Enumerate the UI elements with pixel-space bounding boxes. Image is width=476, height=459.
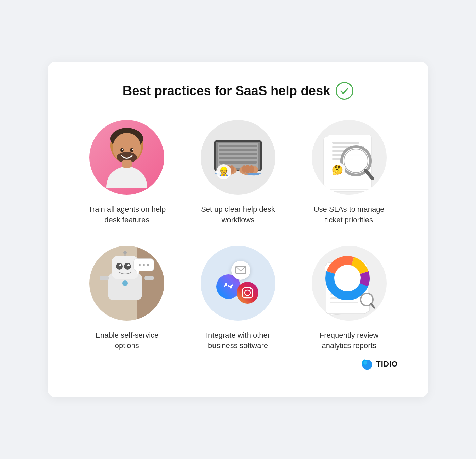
svg-rect-15	[219, 157, 257, 159]
svg-rect-14	[219, 153, 257, 155]
svg-rect-16	[219, 161, 257, 164]
svg-point-64	[147, 264, 149, 266]
svg-point-86	[364, 361, 368, 365]
item-4-label: Enable self-service options	[86, 330, 168, 351]
list-item: Integrate with other business software	[186, 246, 290, 351]
tidio-brand-text: TIDIO	[376, 360, 398, 369]
item-6-image	[312, 246, 387, 321]
list-item: Enable self-service options	[75, 246, 179, 351]
list-item: Train all agents on help desk features	[75, 120, 179, 225]
svg-point-81	[338, 269, 357, 288]
list-item: 🤔 Use SLAs to manage ticket priorities	[297, 120, 401, 225]
page-title: Best practices for SaaS help desk	[123, 84, 330, 98]
practices-grid: Train all agents on help desk features	[75, 120, 401, 351]
svg-rect-26	[242, 165, 246, 173]
svg-point-66	[237, 282, 258, 304]
svg-point-63	[143, 264, 145, 266]
item-2-image: 👷	[201, 120, 275, 195]
item-4-image	[89, 246, 164, 321]
svg-point-4	[120, 148, 124, 152]
svg-rect-59	[144, 276, 154, 280]
svg-rect-76	[330, 302, 358, 303]
svg-point-57	[122, 280, 128, 286]
list-item: 👷 Set up clear help desk workflows	[186, 120, 290, 225]
svg-point-69	[250, 288, 252, 290]
list-item: Frequently review analytics reports	[297, 246, 401, 351]
svg-point-53	[119, 264, 121, 266]
svg-rect-12	[219, 144, 257, 147]
svg-point-51	[116, 263, 123, 270]
svg-rect-24	[249, 165, 254, 173]
item-5-label: Integrate with other business software	[197, 330, 279, 351]
tidio-brand-icon	[361, 358, 373, 370]
item-1-label: Train all agents on help desk features	[86, 204, 168, 225]
checkmark-icon	[336, 82, 353, 100]
svg-point-6	[122, 149, 123, 150]
tidio-logo: TIDIO	[75, 358, 401, 370]
svg-rect-8	[122, 160, 132, 168]
svg-rect-38	[332, 142, 359, 144]
svg-point-54	[128, 264, 130, 266]
svg-text:👷: 👷	[218, 166, 230, 177]
svg-rect-58	[100, 276, 109, 280]
svg-rect-23	[253, 166, 258, 174]
item-6-label: Frequently review analytics reports	[308, 330, 390, 351]
item-2-label: Set up clear help desk workflows	[197, 204, 279, 225]
svg-point-5	[130, 148, 133, 152]
item-5-image	[201, 246, 275, 321]
svg-point-70	[231, 261, 250, 280]
header: Best practices for SaaS help desk	[75, 82, 401, 100]
main-card: Best practices for SaaS help desk	[48, 62, 428, 397]
item-1-image	[89, 120, 164, 195]
svg-point-52	[124, 263, 131, 270]
svg-line-83	[371, 304, 374, 308]
svg-point-7	[132, 149, 133, 150]
svg-point-62	[139, 264, 141, 266]
svg-text:🤔: 🤔	[331, 164, 343, 175]
item-3-image: 🤔	[312, 120, 387, 195]
svg-rect-13	[219, 149, 257, 151]
item-3-label: Use SLAs to manage ticket priorities	[308, 204, 390, 225]
